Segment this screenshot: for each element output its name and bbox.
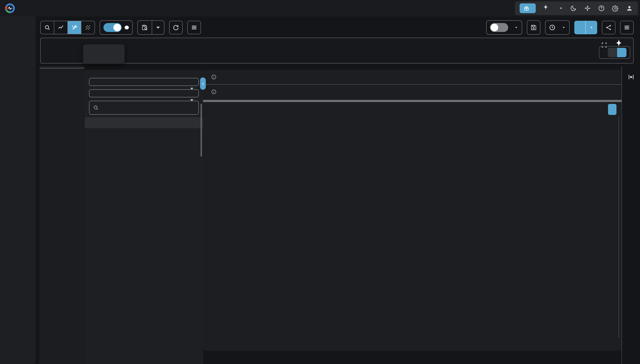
- sidebar-nav: [0, 16, 36, 364]
- build-tooltip: [83, 44, 125, 64]
- save-search-dropdown[interactable]: [152, 21, 164, 34]
- sql-toggle-group: [100, 20, 133, 35]
- header-actions: [515, 2, 638, 15]
- help-button[interactable]: [598, 4, 605, 12]
- search-icon: [44, 24, 51, 31]
- dashboard-action-row: [203, 102, 622, 117]
- save-function-button[interactable]: [527, 20, 540, 35]
- moon-icon: [570, 5, 577, 12]
- chart-type-grid: [40, 68, 84, 68]
- query-toolbar: [40, 18, 634, 36]
- run-query-split-button: [574, 21, 597, 34]
- chart-type-panel: [39, 66, 85, 364]
- edition-badge[interactable]: [520, 4, 536, 13]
- mode-segmented-control: [608, 48, 626, 57]
- other-columns-label-group: [208, 89, 263, 94]
- share-icon: [605, 24, 612, 31]
- chevron-down-icon[interactable]: [514, 26, 518, 30]
- refresh-icon: [172, 24, 179, 31]
- org-selector[interactable]: [556, 6, 563, 10]
- first-column-label-group: [208, 74, 263, 80]
- pagination-status: [203, 337, 622, 351]
- help-icon: [598, 5, 605, 12]
- table-body: [203, 129, 618, 337]
- clock-icon: [549, 24, 556, 31]
- tools-icon: [71, 24, 78, 31]
- first-column-row: [203, 70, 622, 84]
- refresh-button[interactable]: [169, 21, 183, 34]
- visualize-mode-button[interactable]: [67, 21, 81, 34]
- slack-button[interactable]: [584, 4, 591, 12]
- sql-mode-toggle[interactable]: [103, 23, 122, 32]
- search-mode-button[interactable]: [41, 21, 54, 34]
- mode-switcher: [599, 46, 630, 59]
- visualization-panel: [203, 70, 622, 351]
- toolbar-left: [40, 20, 201, 35]
- edition-icon: [523, 5, 529, 11]
- stream-type-select[interactable]: [89, 78, 199, 86]
- trend-line-icon: [57, 24, 64, 31]
- field-search-input[interactable]: [102, 104, 195, 111]
- settings-button[interactable]: [612, 4, 619, 12]
- results-table: [203, 117, 619, 337]
- user-icon: [626, 5, 633, 12]
- info-icon[interactable]: [211, 74, 217, 80]
- chevron-down-icon: [189, 97, 194, 103]
- add-to-dashboard-button[interactable]: [608, 104, 616, 115]
- saved-search-group: [137, 20, 164, 35]
- fields-scrollbar[interactable]: [200, 104, 202, 156]
- table-header-row: [203, 117, 618, 129]
- more-options-button[interactable]: [620, 21, 634, 34]
- slack-icon: [584, 5, 591, 12]
- field-search: [89, 101, 199, 115]
- save-search-button[interactable]: [138, 21, 152, 34]
- trend-mode-button[interactable]: [54, 21, 67, 34]
- info-icon[interactable]: [211, 89, 217, 94]
- resize-width-icon: [628, 74, 634, 80]
- query-list-button[interactable]: [187, 21, 201, 34]
- chevron-down-icon: [589, 26, 594, 30]
- user-menu[interactable]: [625, 4, 633, 12]
- menu-icon: [623, 24, 630, 31]
- sql-line: [41, 38, 633, 40]
- app-logo: [5, 4, 18, 13]
- openobserve-logs-page: ‹: [0, 0, 640, 364]
- view-mode-group: [40, 21, 95, 34]
- other-columns-row: [203, 85, 622, 99]
- menu-icon: [191, 24, 197, 31]
- save-search-icon: [141, 24, 148, 31]
- mode-builder-button[interactable]: [608, 48, 617, 57]
- mode-custom-button[interactable]: [617, 48, 626, 57]
- panel-splitter[interactable]: [203, 100, 622, 102]
- stream-section-header: [85, 117, 203, 128]
- collapse-fields-button[interactable]: ‹: [200, 78, 206, 90]
- save-icon: [530, 24, 537, 31]
- dark-mode-toggle[interactable]: [570, 4, 577, 12]
- fields-panel: [85, 70, 203, 364]
- sql-badge: [125, 26, 129, 30]
- stream-select[interactable]: [89, 89, 199, 97]
- app-header: [0, 0, 640, 16]
- run-query-dropdown[interactable]: [586, 26, 597, 30]
- openobserve-logo-icon: [5, 4, 15, 13]
- function-toggle[interactable]: [490, 23, 508, 32]
- scatter-mode-button[interactable]: [81, 21, 95, 34]
- chevron-down-icon: [155, 24, 161, 31]
- share-button[interactable]: [602, 21, 615, 34]
- chevron-down-icon: [562, 26, 566, 30]
- sparkle-icon[interactable]: [542, 4, 549, 12]
- function-group: [486, 20, 522, 35]
- time-range-picker[interactable]: [545, 20, 570, 35]
- dots-pattern-icon: [85, 24, 91, 31]
- gear-icon: [612, 5, 619, 12]
- config-tab[interactable]: [621, 66, 640, 364]
- search-icon: [93, 104, 99, 111]
- chevron-down-icon: [559, 6, 563, 10]
- sql-editor[interactable]: [40, 38, 634, 64]
- toolbar-right: [486, 20, 634, 35]
